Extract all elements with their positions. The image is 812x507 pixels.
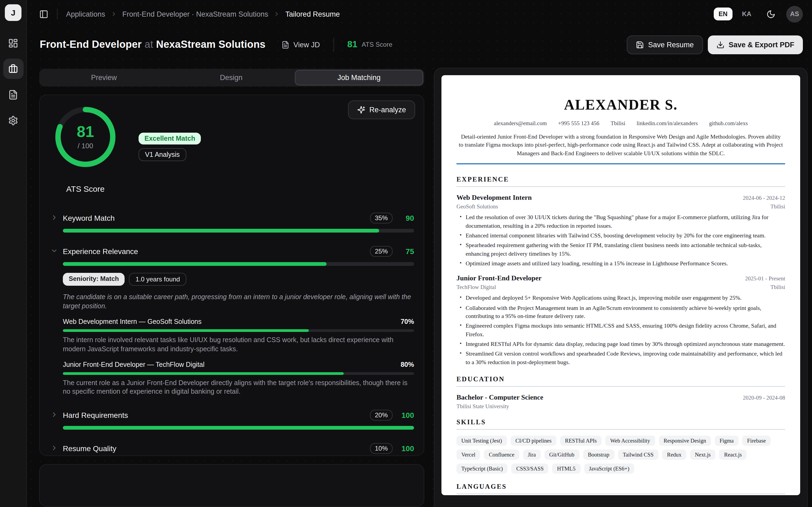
language-en-button[interactable]: EN bbox=[714, 7, 732, 20]
skill-chip: CI/CD pipelines bbox=[511, 436, 557, 446]
progress-bar bbox=[63, 329, 414, 332]
ats-score-gauge: 81 / 100 ATS Score bbox=[51, 106, 120, 193]
view-jd-label: View JD bbox=[293, 41, 320, 49]
relevance-item-title: Web Development Intern — GeoSoft Solutio… bbox=[63, 318, 201, 326]
progress-bar bbox=[63, 229, 414, 233]
section-experience: EXPERIENCE bbox=[457, 176, 785, 187]
sidebar-item-settings[interactable] bbox=[3, 110, 23, 130]
skill-chip: Redux bbox=[662, 450, 686, 460]
breadcrumb: Applications Front-End Developer · NexaS… bbox=[66, 10, 340, 18]
breadcrumb-application[interactable]: Front-End Developer · NexaStream Solutio… bbox=[122, 10, 268, 18]
weight-badge: 35% bbox=[370, 213, 393, 223]
chevron-right-icon[interactable] bbox=[51, 214, 58, 233]
category-header[interactable]: Hard Requirements 20% 100 bbox=[63, 410, 414, 421]
sidebar-toggle-icon[interactable] bbox=[39, 9, 48, 18]
bullet: Engineered complex Figma mockups into se… bbox=[457, 322, 785, 338]
title-at: at bbox=[144, 39, 153, 50]
chevron-right-icon[interactable] bbox=[51, 411, 58, 430]
category-label: Keyword Match bbox=[63, 214, 115, 222]
tab-job-matching[interactable]: Job Matching bbox=[295, 70, 423, 86]
main-area: Applications Front-End Developer · NexaS… bbox=[27, 0, 812, 507]
category-label: Resume Quality bbox=[63, 444, 116, 453]
category-header[interactable]: Experience Relevance 25% 75 bbox=[63, 246, 414, 257]
view-jd-button[interactable]: View JD bbox=[282, 41, 320, 49]
tab-design[interactable]: Design bbox=[168, 70, 295, 86]
skill-chip: Confluence bbox=[484, 450, 519, 460]
job-company: GeoSoft Solutions bbox=[457, 204, 498, 210]
experience-entry: Junior Front-End Developer 2025-01 - Pre… bbox=[457, 274, 785, 366]
bullet: Optimized image assets and utilized lazy… bbox=[457, 260, 785, 268]
language-ka-button[interactable]: KA bbox=[737, 7, 757, 20]
score-number: 81 bbox=[77, 124, 94, 139]
bullet: Streamlined Git version control workflow… bbox=[457, 350, 785, 366]
ats-score-inline: 81 ATS Score bbox=[347, 39, 392, 50]
save-resume-label: Save Resume bbox=[648, 41, 694, 49]
briefcase-icon bbox=[8, 64, 18, 74]
page-title: Front-End Developer at NexaStream Soluti… bbox=[40, 39, 266, 51]
job-bullets: Developed and deployed 5+ Responsive Web… bbox=[457, 294, 785, 366]
sparkles-icon bbox=[357, 106, 365, 114]
chevron-right-icon bbox=[274, 11, 280, 17]
header-divider bbox=[333, 38, 334, 52]
category-header[interactable]: Resume Quality 10% 100 bbox=[63, 443, 414, 454]
match-quality-badge: Excellent Match bbox=[138, 133, 201, 145]
next-section-card bbox=[39, 464, 424, 507]
sidebar-item-documents[interactable] bbox=[3, 84, 23, 105]
chevron-down-icon[interactable] bbox=[51, 247, 58, 397]
relevance-detail: Seniority: Match 1.0 years found The can… bbox=[63, 273, 414, 397]
download-icon bbox=[716, 41, 724, 49]
skill-chip: Web Accessibility bbox=[605, 436, 655, 446]
category-hard-requirements: Hard Requirements 20% 100 bbox=[51, 410, 414, 430]
seniority-badge: Seniority: Match bbox=[63, 273, 125, 286]
content: Preview Design Job Matching Re-analyze bbox=[27, 60, 812, 507]
skills-chips: Unit Testing (Jest) CI/CD pipelines REST… bbox=[457, 436, 785, 474]
relevance-summary: The candidate is on a suitable career pa… bbox=[63, 293, 414, 311]
analysis-version-badge: V1 Analysis bbox=[138, 148, 186, 161]
breadcrumb-applications[interactable]: Applications bbox=[66, 10, 105, 18]
degree: Bachelor - Computer Science bbox=[457, 393, 543, 402]
job-company: NexaStream Solutions bbox=[156, 39, 265, 50]
bullet: Integrated RESTful APIs for dynamic data… bbox=[457, 340, 785, 348]
category-label: Experience Relevance bbox=[63, 247, 138, 256]
skill-chip: Jira bbox=[523, 450, 541, 460]
skill-chip: Vercel bbox=[457, 450, 480, 460]
gear-icon bbox=[8, 115, 18, 125]
skill-chip: Next.js bbox=[690, 450, 715, 460]
contact-github: github.com/alexs bbox=[709, 120, 748, 126]
relevance-item: Web Development Intern — GeoSoft Solutio… bbox=[63, 318, 414, 354]
contact-email: alexanders@email.com bbox=[494, 120, 547, 126]
progress-bar bbox=[63, 262, 414, 266]
category-list: Keyword Match 35% 90 bbox=[51, 213, 414, 456]
sidebar-item-dashboard[interactable] bbox=[3, 33, 23, 53]
app-logo[interactable]: J bbox=[5, 4, 21, 21]
bullet: Led the resolution of over 30 UI/UX tick… bbox=[457, 214, 785, 230]
category-header[interactable]: Keyword Match 35% 90 bbox=[63, 213, 414, 223]
resume-preview-column: ALEXANDER S. alexanders@email.com +995 5… bbox=[434, 60, 808, 507]
section-skills: SKILLS bbox=[457, 418, 785, 430]
score-max: / 100 bbox=[77, 142, 93, 150]
years-found-badge: 1.0 years found bbox=[129, 273, 186, 286]
category-resume-quality: Resume Quality 10% 100 bbox=[51, 443, 414, 456]
category-score: 90 bbox=[398, 214, 414, 222]
relevance-item: Junior Front-End Developer — TechFlow Di… bbox=[63, 361, 414, 397]
user-avatar[interactable]: AS bbox=[786, 6, 803, 22]
resume-summary: Detail-oriented Junior Front-End Develop… bbox=[457, 133, 785, 157]
save-resume-button[interactable]: Save Resume bbox=[627, 35, 703, 54]
skill-chip: JavaScript (ES6+) bbox=[584, 463, 634, 474]
job-title: Web Development Intern bbox=[457, 193, 532, 202]
education-dates: 2020-09 - 2024-08 bbox=[743, 395, 786, 401]
topbar: Applications Front-End Developer · NexaS… bbox=[27, 0, 812, 28]
skill-chip: TypeScript (Basic) bbox=[457, 463, 508, 474]
relevance-item-pct: 80% bbox=[401, 361, 414, 368]
resume-name: ALEXANDER S. bbox=[457, 97, 785, 113]
analysis-column: Preview Design Job Matching Re-analyze bbox=[39, 60, 424, 507]
moon-icon[interactable] bbox=[766, 9, 775, 18]
reanalyze-button[interactable]: Re-analyze bbox=[348, 101, 415, 119]
chevron-right-icon[interactable] bbox=[51, 444, 58, 456]
sidebar-item-applications[interactable] bbox=[3, 59, 23, 79]
dashboard-icon bbox=[8, 38, 18, 48]
skill-chip: CSS3/SASS bbox=[512, 463, 548, 474]
save-export-pdf-button[interactable]: Save & Export PDF bbox=[707, 35, 803, 54]
experience-entry: Web Development Intern 2024-06 - 2024-12… bbox=[457, 193, 785, 268]
tab-preview[interactable]: Preview bbox=[40, 70, 168, 86]
